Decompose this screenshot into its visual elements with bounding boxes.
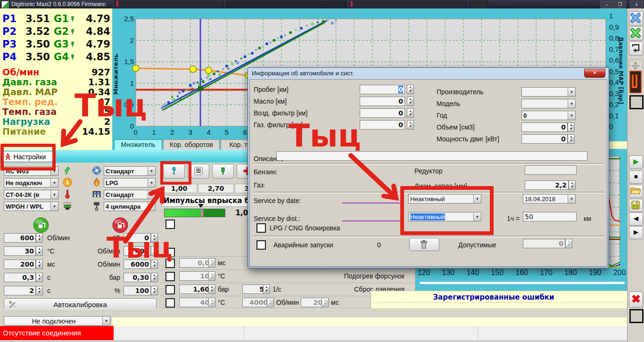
petrol-mode-button[interactable] (33, 217, 49, 233)
maximize-button[interactable]: ❐ (614, 1, 626, 8)
device-dropdown[interactable]: СТ-04-2К (в▾ (4, 190, 58, 199)
save-file-button[interactable] (629, 199, 643, 212)
gas-injector-button[interactable] (212, 164, 234, 179)
threshold-field[interactable]: 200 (4, 260, 36, 269)
nozzle-field[interactable]: 2,2 (525, 180, 569, 190)
threshold-field[interactable]: 100 (124, 286, 151, 295)
feature-checkbox[interactable] (165, 298, 175, 308)
config-dropdown[interactable]: 4 цилиндра▾ (104, 202, 156, 211)
feature-checkbox[interactable] (165, 285, 175, 294)
chevron-down-icon[interactable]: ▾ (148, 179, 155, 187)
chevron-down-icon[interactable]: ▾ (568, 99, 575, 108)
gas-mode-button[interactable] (112, 217, 128, 233)
trash-button[interactable] (409, 238, 439, 251)
config-dropdown[interactable]: LPG▾ (104, 178, 156, 187)
autoscale-button[interactable] (629, 41, 643, 56)
spinner-buttons[interactable]: ▲▼ (208, 258, 215, 268)
chevron-down-icon[interactable]: ▾ (568, 88, 575, 96)
next-button[interactable]: ▶ (629, 226, 643, 239)
slider-marker[interactable] (198, 204, 204, 208)
bar-cursor[interactable] (201, 209, 203, 217)
threshold-field[interactable]: 2 (4, 286, 36, 295)
play-button[interactable]: ▶ (629, 155, 643, 169)
chart-tab-2[interactable]: Кор. оборотов (163, 139, 220, 150)
allowed-field[interactable]: 0 (523, 239, 565, 248)
spinner-buttons[interactable]: ▲▼ (407, 85, 414, 94)
lpg-block-checkbox[interactable] (256, 223, 266, 233)
spinner-buttons[interactable]: ▲▼ (568, 122, 575, 132)
background-tab[interactable] (225, 0, 347, 8)
spinner-buttons[interactable]: ▲▼ (36, 260, 43, 269)
spinner-buttons[interactable]: ▲▼ (151, 273, 158, 282)
spinner-buttons[interactable]: ▲▼ (568, 134, 575, 144)
dist-value-field[interactable]: 50 (523, 212, 577, 221)
spinner-buttons[interactable]: ▲▼ (36, 246, 43, 256)
service-date-value-dropdown[interactable]: 18.04.2018▾ (523, 194, 576, 204)
spinner-buttons[interactable]: ▲▼ (569, 180, 576, 190)
chart-tab-1[interactable]: Множитель (114, 139, 162, 150)
spinner-buttons[interactable]: ▲▼ (151, 286, 158, 295)
dialog-dropdown[interactable]: ▾ (521, 87, 576, 97)
connection-dropdown[interactable]: Не подключен ▾ (4, 316, 110, 326)
reducer-field[interactable] (525, 165, 577, 175)
chevron-down-icon[interactable]: ▾ (148, 190, 155, 199)
dialog-km-field[interactable]: 0 (360, 97, 405, 106)
config-dropdown[interactable]: Стандарт▾ (104, 190, 156, 199)
threshold-field[interactable]: 0,3 (4, 273, 36, 282)
close-button[interactable]: x (630, 1, 643, 8)
minimize-button[interactable]: – (601, 1, 613, 8)
chevron-down-icon[interactable]: ▾ (148, 202, 155, 211)
clear-errors-button[interactable]: ✖ (629, 292, 643, 308)
chevron-down-icon[interactable]: ▾ (148, 167, 155, 175)
dialog-km-field[interactable]: 0 (360, 85, 405, 94)
lambda-icon: λ (62, 177, 73, 187)
threshold-field[interactable]: 0,30 (124, 273, 151, 282)
chevron-down-icon[interactable]: ▾ (50, 190, 58, 199)
spinner-buttons[interactable]: ▲▼ (36, 286, 43, 295)
option-checkbox[interactable] (165, 220, 175, 229)
open-file-button[interactable] (629, 185, 643, 198)
spinner-buttons[interactable]: ▲▼ (208, 271, 215, 281)
prev-button[interactable]: ◀ (629, 212, 643, 226)
dialog-spin-field[interactable]: 0 (521, 122, 568, 132)
spinner-buttons[interactable]: ▲▼ (407, 120, 414, 130)
chevron-down-icon[interactable]: ▾ (50, 202, 58, 211)
annotation-tyts-3: Тыц (107, 234, 173, 262)
mixture-bar[interactable] (164, 209, 225, 217)
feature-field[interactable]: 40 (179, 298, 211, 307)
feature-field[interactable]: 10 (179, 271, 211, 281)
dialog-spin-field[interactable]: 0 (521, 134, 568, 144)
spinner-buttons[interactable]: ▲▼ (407, 108, 414, 118)
threshold-field[interactable]: 600 (4, 233, 36, 243)
spinner-buttons[interactable]: ▲▼ (36, 273, 43, 282)
clear-gas-map-button[interactable] (629, 26, 643, 41)
dialog-close-button[interactable]: ✕ (584, 69, 605, 78)
threshold-field[interactable]: 30 (4, 246, 36, 256)
background-tab[interactable] (467, 0, 488, 8)
chevron-down-icon[interactable]: ▾ (50, 179, 58, 187)
config-dropdown[interactable]: Стандарт▾ (104, 166, 156, 176)
device-dropdown[interactable]: Не подключ▾ (4, 178, 58, 187)
dialog-km-field[interactable]: 0 (360, 120, 405, 130)
chevron-down-icon[interactable]: ▾ (568, 195, 575, 203)
spinner-buttons[interactable]: ▲▼ (208, 285, 215, 294)
feature-field[interactable]: 1,60 (179, 285, 211, 294)
feature-checkbox[interactable] (165, 272, 175, 281)
clear-petrol-map-button[interactable] (629, 11, 643, 25)
dialog-dropdown[interactable]: ▾ (521, 99, 576, 108)
dialog-km-field[interactable]: 0 (360, 108, 405, 118)
dialog-dropdown[interactable]: 0▾ (521, 111, 576, 120)
emergency-checkbox[interactable] (256, 240, 266, 250)
background-tab[interactable] (347, 0, 466, 8)
chevron-down-icon[interactable]: ▾ (102, 317, 110, 325)
spinner-buttons[interactable]: ▲▼ (36, 233, 43, 243)
feature-field[interactable]: 0,0 (179, 258, 211, 268)
stop-button[interactable]: ■ (629, 171, 643, 184)
background-tab[interactable] (113, 0, 223, 8)
spinner-buttons[interactable]: ▲▼ (407, 97, 414, 106)
device-dropdown[interactable]: WPGH / WPL▾ (4, 202, 58, 211)
spinner-buttons[interactable]: ▲▼ (208, 298, 215, 307)
spinner-buttons[interactable]: ▲▼ (565, 239, 572, 248)
scope-scrollbar[interactable] (420, 282, 625, 284)
chevron-down-icon[interactable]: ▾ (568, 111, 575, 120)
